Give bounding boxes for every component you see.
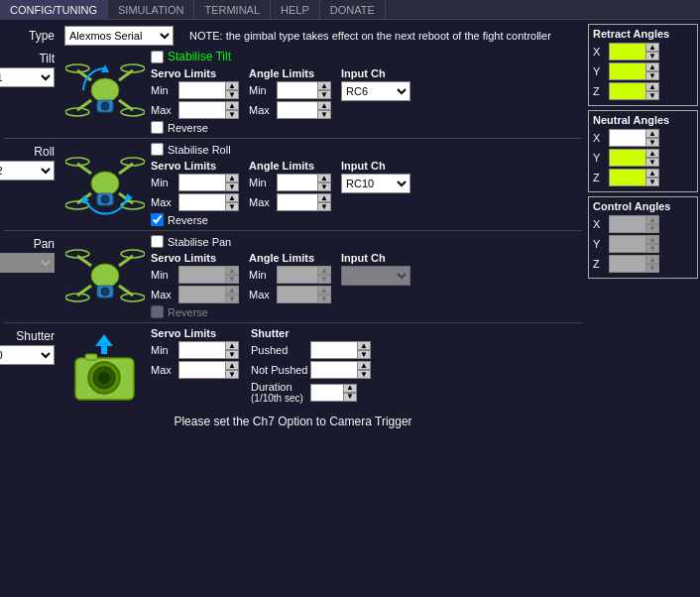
control-z-up[interactable]: ▲ bbox=[645, 255, 659, 264]
pan-reverse-checkbox[interactable] bbox=[151, 305, 164, 318]
nav-donate[interactable]: DONATE bbox=[320, 0, 386, 19]
tilt-angle-min-input[interactable]: -12 bbox=[277, 81, 318, 99]
roll-servo-max-down[interactable]: ▼ bbox=[225, 202, 239, 211]
control-x-up[interactable]: ▲ bbox=[645, 215, 659, 224]
neutral-x-input[interactable]: 30 bbox=[609, 129, 646, 147]
pan-servo-select[interactable]: SERVO1 bbox=[0, 253, 55, 273]
retract-z-down[interactable]: ▼ bbox=[645, 91, 659, 100]
roll-servo-max-input[interactable]: 1538 bbox=[178, 193, 226, 211]
pan-angle-max-down[interactable]: ▼ bbox=[317, 295, 331, 303]
pan-angle-min-up[interactable]: ▲ bbox=[317, 266, 331, 275]
shutter-not-pushed-up[interactable]: ▲ bbox=[357, 361, 371, 370]
pan-angle-min-input[interactable]: 1000 bbox=[277, 266, 318, 284]
shutter-servo-min-down[interactable]: ▼ bbox=[225, 350, 239, 359]
roll-stabilise-checkbox[interactable] bbox=[151, 143, 164, 156]
retract-y-up[interactable]: ▲ bbox=[645, 62, 659, 71]
tilt-angle-max-down[interactable]: ▼ bbox=[317, 110, 331, 119]
neutral-x-down[interactable]: ▼ bbox=[645, 138, 659, 147]
pan-angle-max-input[interactable]: 2000 bbox=[277, 286, 318, 303]
tilt-servo-max-down[interactable]: ▼ bbox=[225, 110, 239, 119]
tilt-angle-min-down[interactable]: ▼ bbox=[317, 90, 331, 99]
control-y-up[interactable]: ▲ bbox=[645, 235, 659, 244]
nav-help[interactable]: HELP bbox=[271, 0, 320, 19]
nav-simulation[interactable]: SIMULATION bbox=[108, 0, 194, 19]
neutral-z-input[interactable]: 0 bbox=[609, 169, 646, 186]
nav-config-tuning[interactable]: CONFIG/TUNING bbox=[0, 0, 108, 19]
roll-angle-min-up[interactable]: ▲ bbox=[317, 174, 331, 182]
neutral-x-up[interactable]: ▲ bbox=[645, 129, 659, 138]
neutral-z-down[interactable]: ▼ bbox=[645, 178, 659, 186]
retract-angles-title: Retract Angles bbox=[593, 28, 693, 40]
retract-y-input[interactable]: 0 bbox=[609, 62, 646, 80]
shutter-servo-max-up[interactable]: ▲ bbox=[225, 361, 239, 370]
pan-stabilise-checkbox[interactable] bbox=[151, 235, 164, 248]
control-z-input[interactable]: 180 bbox=[609, 255, 646, 273]
shutter-not-pushed-input[interactable]: 1000 bbox=[310, 361, 358, 379]
pan-servo-max-down[interactable]: ▼ bbox=[225, 295, 239, 303]
neutral-y-up[interactable]: ▲ bbox=[645, 149, 659, 158]
shutter-pushed-down[interactable]: ▼ bbox=[357, 350, 371, 359]
pan-input-ch-select[interactable] bbox=[341, 266, 410, 286]
pan-angle-max-up[interactable]: ▲ bbox=[317, 286, 331, 295]
retract-y-down[interactable]: ▼ bbox=[645, 71, 659, 80]
tilt-input-ch-select[interactable]: RC6 RC1 RC2 RC3 bbox=[341, 81, 410, 101]
pan-angle-min-down[interactable]: ▼ bbox=[317, 275, 331, 284]
retract-x-input[interactable]: 0 bbox=[609, 43, 646, 60]
tilt-angle-max-input[interactable]: 35 bbox=[277, 101, 318, 119]
roll-servo-max-up[interactable]: ▲ bbox=[225, 193, 239, 202]
pan-servo-min-up[interactable]: ▲ bbox=[225, 266, 239, 275]
tilt-servo-max-up[interactable]: ▲ bbox=[225, 101, 239, 110]
neutral-y-input[interactable]: 0 bbox=[609, 149, 646, 167]
tilt-angle-max-up[interactable]: ▲ bbox=[317, 101, 331, 110]
nav-terminal[interactable]: TERMINAL bbox=[194, 0, 271, 19]
tilt-angle-min-up[interactable]: ▲ bbox=[317, 81, 331, 90]
retract-z-up[interactable]: ▲ bbox=[645, 82, 659, 91]
shutter-pushed-input[interactable]: 2000 bbox=[310, 341, 358, 359]
pan-servo-min-input[interactable]: 1000 bbox=[178, 266, 226, 284]
form-area: Type Alexmos Serial None Servo NOTE: the… bbox=[0, 20, 586, 597]
tilt-servo-min-input[interactable]: 988 bbox=[178, 81, 226, 99]
roll-reverse-checkbox[interactable] bbox=[151, 213, 164, 226]
shutter-not-pushed-down[interactable]: ▼ bbox=[357, 370, 371, 379]
tilt-servo-min-up[interactable]: ▲ bbox=[225, 81, 239, 90]
retract-x-up[interactable]: ▲ bbox=[645, 43, 659, 52]
roll-angle-min-down[interactable]: ▼ bbox=[317, 182, 331, 191]
roll-servo-min-input[interactable]: 1530 bbox=[178, 174, 226, 191]
roll-servo-min-up[interactable]: ▲ bbox=[225, 174, 239, 182]
tilt-stabilise-checkbox[interactable] bbox=[151, 51, 164, 63]
roll-angle-max-down[interactable]: ▼ bbox=[317, 202, 331, 211]
shutter-servo-min-input[interactable]: 1253 bbox=[178, 341, 226, 359]
tilt-servo-max-input[interactable]: 2012 bbox=[178, 101, 226, 119]
tilt-servo-select[interactable]: SERVO11 SERVO1 bbox=[0, 67, 55, 87]
tilt-reverse-checkbox[interactable] bbox=[151, 121, 164, 134]
roll-angle-min-input[interactable]: -45 bbox=[277, 174, 318, 191]
control-y-input[interactable]: 180 bbox=[609, 235, 646, 253]
control-y-down[interactable]: ▼ bbox=[645, 244, 659, 253]
roll-servo-min-down[interactable]: ▼ bbox=[225, 182, 239, 191]
tilt-servo-min-down[interactable]: ▼ bbox=[225, 90, 239, 99]
shutter-duration-down[interactable]: ▼ bbox=[343, 393, 357, 402]
shutter-servo-min-up[interactable]: ▲ bbox=[225, 341, 239, 350]
shutter-duration-sublabel: (1/10th sec) bbox=[251, 393, 308, 404]
type-select[interactable]: Alexmos Serial None Servo bbox=[64, 26, 174, 46]
neutral-z-up[interactable]: ▲ bbox=[645, 169, 659, 178]
control-z-down[interactable]: ▼ bbox=[645, 264, 659, 273]
shutter-servo-select[interactable]: SERVO10 SERVO1 bbox=[0, 345, 55, 365]
shutter-pushed-up[interactable]: ▲ bbox=[357, 341, 371, 350]
retract-z-input[interactable]: 0 bbox=[609, 82, 646, 100]
top-navigation: CONFIG/TUNING SIMULATION TERMINAL HELP D… bbox=[0, 0, 700, 20]
roll-angle-max-input[interactable]: 45 bbox=[277, 193, 318, 211]
pan-servo-max-up[interactable]: ▲ bbox=[225, 286, 239, 295]
retract-x-down[interactable]: ▼ bbox=[645, 52, 659, 60]
roll-servo-select[interactable]: SERVO12 SERVO1 bbox=[0, 161, 55, 180]
roll-angle-max-up[interactable]: ▲ bbox=[317, 193, 331, 202]
pan-servo-min-down[interactable]: ▼ bbox=[225, 275, 239, 284]
neutral-y-down[interactable]: ▼ bbox=[645, 158, 659, 167]
control-x-input[interactable]: 180 bbox=[609, 215, 646, 233]
shutter-servo-max-down[interactable]: ▼ bbox=[225, 370, 239, 379]
pan-servo-max-input[interactable]: 2000 bbox=[178, 286, 226, 303]
shutter-servo-max-input[interactable]: 1621 bbox=[178, 361, 226, 379]
roll-input-ch-select[interactable]: RC10 RC1 bbox=[341, 174, 410, 193]
shutter-duration-input[interactable]: 8 bbox=[310, 384, 344, 402]
control-x-down[interactable]: ▼ bbox=[645, 224, 659, 233]
